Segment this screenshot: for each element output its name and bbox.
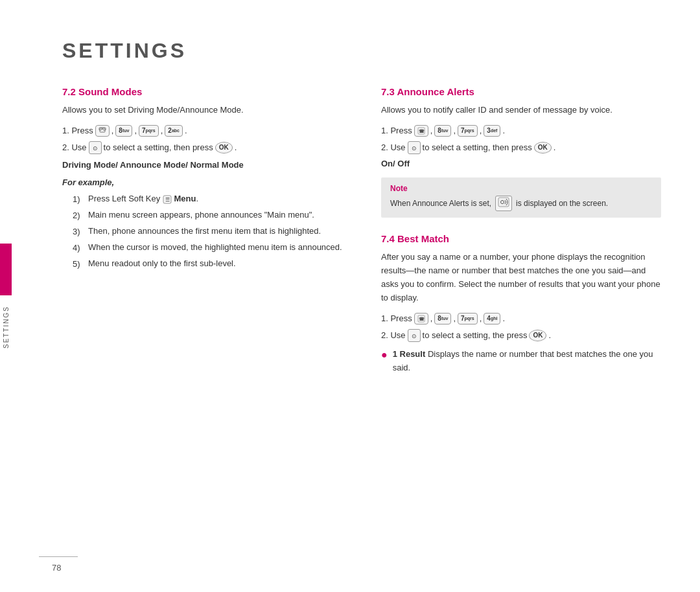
scroll-icon: ⊙ [89,141,102,154]
period-74-2: . [548,328,551,343]
step2-middle: to select a setting, then press [104,141,213,155]
sub-step-5: 5) Menu readout only to the first sub-le… [73,257,342,271]
page-rule [39,556,78,557]
bullet-bold: 1 Result [393,349,426,359]
comma-73-2: , [453,124,456,138]
section-72-modes: Driving Mode/ Announce Mode/ Normal Mode [62,160,342,170]
note-label: Note [390,184,652,193]
sidebar-label-block: SETTINGS [0,244,12,348]
key-8tuv-74: 8 tuv [434,313,451,324]
column-right: 7.3 Announce Alerts Allows you to notify… [381,86,661,566]
key-phone-74: ☎ [414,313,428,324]
bullet-text: 1 Result Displays the name or number tha… [393,348,661,375]
section-72-title: 7.2 Sound Modes [62,86,342,97]
section-74-step1: 1. Press ☎ , 8 tuv , 7pqrs , 4 ghi . [381,312,661,326]
section-72-description: Allows you to set Driving Mode/Announce … [62,104,342,117]
period-73-1: . [502,124,505,138]
key-3def-73: 3 def [484,125,500,137]
sidebar-accent-bar [0,244,12,295]
page: SETTINGS SETTINGS 7.2 Sound Modes Allows… [0,0,700,592]
section-73-step2: 2. Use ⊙ to select a setting, then press… [381,141,661,155]
note-text2: is displayed on the screen. [516,198,608,209]
sub-step-num-1: 1) [73,192,86,207]
key-7pqrs-73: 7pqrs [458,125,478,137]
ok-key-73: OK [534,142,552,154]
note-content: When Announce Alerts is set, is displaye… [390,196,652,212]
section-73-modes: On/ Off [381,159,661,168]
note-text: When Announce Alerts is set, [390,198,491,209]
comma-1: , [111,124,114,138]
ok-key-74: OK [529,330,546,341]
comma-74-1: , [430,312,433,326]
sub-step-text-2: Main menu screen appears, phone announce… [88,209,342,222]
key-phone-73: ☎ [414,125,428,137]
sub-step-num-4: 4) [73,241,86,255]
sidebar-text: SETTINGS [3,306,10,348]
note-box: Note When Announce Alerts is set, [381,177,661,218]
sub-step-num-3: 3) [73,225,86,239]
comma-74-2: , [453,312,456,326]
columns: 7.2 Sound Modes Allows you to set Drivin… [62,86,661,566]
sub-steps: 1) Press Left Soft Key ☰ Menu. 2) M [73,192,342,271]
key-7pqrs: 7pqrs [139,125,159,137]
sub-step-num-5: 5) [73,257,86,271]
key-4ghi-74: 4 ghi [484,313,500,324]
step1-74-prefix: 1. Press [381,312,412,326]
scroll-icon-73: ⊙ [408,141,421,154]
step1-73-prefix: 1. Press [381,124,412,138]
bullet-dot: ● [381,347,388,363]
section-74-step2: 2. Use ⊙ to select a setting, the press … [381,328,661,343]
sub-step-3: 3) Then, phone announces the first menu … [73,225,342,239]
key-phone-icon [95,125,110,137]
bullet-body: Displays the name or number that best ma… [393,349,653,372]
step2-73-middle: to select a setting, then press [423,141,532,155]
section-72-step1: 1. Press , 8 tuv , 7pqrs , 2 abc . [62,124,342,138]
ok-key: OK [215,142,233,154]
comma-2: , [134,124,137,138]
step2-74-prefix: 2. Use [381,328,406,343]
sub-step-text-3: Then, phone announces the first menu ite… [88,225,342,238]
sub-step-text-1: Press Left Soft Key ☰ Menu. [88,192,342,206]
comma-73-3: , [480,124,482,138]
key-8tuv: 8 tuv [115,125,132,137]
step2-73-prefix: 2. Use [381,141,406,155]
step2-74-middle: to select a setting, the press [423,328,528,343]
step1-prefix: 1. Press [62,124,93,138]
svg-text:☰: ☰ [165,197,169,203]
section-72-step2: 2. Use ⊙ to select a setting, then press… [62,141,342,155]
page-number: 78 [52,563,61,573]
for-example-label: For example, [62,177,342,187]
svg-text:☎: ☎ [418,317,424,321]
sub-step-1: 1) Press Left Soft Key ☰ Menu. [73,192,342,207]
sidebar: SETTINGS [0,0,23,592]
sub-step-text-5: Menu readout only to the first sub-level… [88,257,342,271]
section-73-description: Allows you to notify caller ID and sende… [381,104,661,117]
period-2: . [235,141,237,155]
section-73-title: 7.3 Announce Alerts [381,86,661,97]
period-74-1: . [502,312,505,326]
scroll-icon-74: ⊙ [408,329,421,342]
page-title: SETTINGS [62,39,661,63]
step2-prefix: 2. Use [62,141,87,155]
sub-step-num-2: 2) [73,209,86,223]
period-1: . [185,124,187,138]
svg-text:☎: ☎ [418,129,424,133]
period-73-2: . [554,141,556,155]
key-7pqrs-74: 7pqrs [458,313,478,324]
key-2abc: 2 abc [165,125,183,137]
column-left: 7.2 Sound Modes Allows you to set Drivin… [62,86,342,566]
sub-step-2: 2) Main menu screen appears, phone annou… [73,209,342,223]
comma-74-3: , [480,312,482,326]
section-73-step1: 1. Press ☎ , 8 tuv , 7pqrs , 3 def . [381,124,661,138]
section-74-description: After you say a name or a number, your p… [381,251,661,304]
comma-73-1: , [430,124,433,138]
comma-3: , [161,124,163,138]
bullet-item: ● 1 Result Displays the name or number t… [381,348,661,375]
key-8tuv-73: 8 tuv [434,125,451,137]
announce-icon [495,196,512,212]
sub-step-4: 4) When the cursor is moved, the highlig… [73,241,342,255]
main-content: SETTINGS 7.2 Sound Modes Allows you to s… [23,0,700,592]
section-74-title: 7.4 Best Match [381,233,661,244]
sub-step-text-4: When the cursor is moved, the highlighte… [88,241,342,255]
